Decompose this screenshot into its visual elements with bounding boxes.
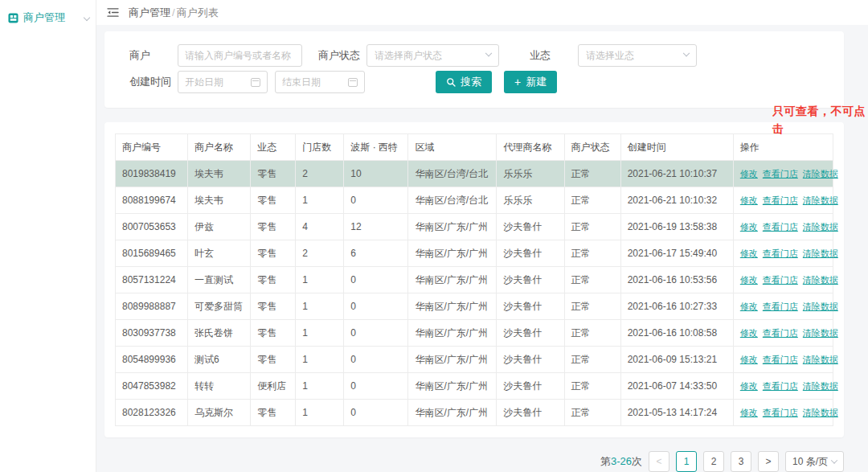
business-type-select[interactable]: 请选择业态 xyxy=(578,44,697,67)
cell-name: 可爱多甜筒 xyxy=(188,293,251,320)
view-stores-link[interactable]: 查看门店 xyxy=(763,408,798,417)
table-header-row: 商户编号商户名称业态门店数波斯 · 西特区域代理商名称商户状态创建时间操作 xyxy=(116,134,833,161)
chevron-down-icon xyxy=(84,14,90,21)
cell-stores: 2 xyxy=(296,240,344,267)
modify-link[interactable]: 修改 xyxy=(740,275,758,285)
cell-actions: 修改查看门店清除数据 xyxy=(733,161,833,187)
view-stores-link[interactable]: 查看门店 xyxy=(763,302,798,311)
end-date-input[interactable]: 结束日期 xyxy=(275,71,365,93)
menu-fold-icon[interactable] xyxy=(107,7,119,18)
chevron-down-icon xyxy=(831,457,837,463)
modify-link[interactable]: 修改 xyxy=(740,248,758,258)
view-stores-link[interactable]: 查看门店 xyxy=(763,355,798,364)
merchant-status-label: 商户状态 xyxy=(318,48,366,63)
cell-created: 2021-06-21 10:10:37 xyxy=(620,161,733,187)
cell-agent: 沙夫鲁什 xyxy=(497,320,564,347)
modify-link[interactable]: 修改 xyxy=(740,169,758,179)
sidebar-item-merchant-management[interactable]: 商户管理 xyxy=(0,0,96,35)
cell-type: 零售 xyxy=(251,161,296,187)
clear-data-link[interactable]: 清除数据 xyxy=(803,328,838,338)
modify-link[interactable]: 修改 xyxy=(740,355,758,364)
view-stores-link[interactable]: 查看门店 xyxy=(763,381,798,391)
clear-data-link[interactable]: 清除数据 xyxy=(803,355,838,364)
breadcrumb-separator: / xyxy=(170,6,177,18)
page-size-value: 10 条/页 xyxy=(792,455,828,469)
cell-status: 正常 xyxy=(564,293,620,320)
cell-stores: 1 xyxy=(296,293,344,320)
merchant-label: 商户 xyxy=(129,48,178,63)
cell-region: 华南区/广东/广州 xyxy=(408,267,497,293)
view-stores-link[interactable]: 查看门店 xyxy=(763,275,798,285)
start-date-placeholder: 开始日期 xyxy=(185,76,223,89)
view-stores-link[interactable]: 查看门店 xyxy=(763,328,798,338)
merchant-input[interactable] xyxy=(178,44,302,67)
cell-posite: 12 xyxy=(344,214,408,240)
cell-status: 正常 xyxy=(564,373,620,400)
table-row: 8088199674埃夫韦零售10华南区/台湾/台北乐乐乐正常2021-06-2… xyxy=(116,187,833,214)
start-date-input[interactable]: 开始日期 xyxy=(178,71,268,93)
clear-data-link[interactable]: 清除数据 xyxy=(803,275,838,285)
breadcrumb: 商户管理/商户列表 xyxy=(129,6,219,20)
cell-id: 8019838419 xyxy=(116,161,188,187)
prev-page-button[interactable]: < xyxy=(649,451,669,472)
page-button-1[interactable]: 1 xyxy=(676,451,697,472)
clear-data-link[interactable]: 清除数据 xyxy=(803,408,838,417)
view-stores-link[interactable]: 查看门店 xyxy=(763,222,798,232)
clear-data-link[interactable]: 清除数据 xyxy=(803,169,838,179)
cell-type: 零售 xyxy=(251,320,296,347)
cell-posite: 6 xyxy=(344,240,408,267)
clear-data-link[interactable]: 清除数据 xyxy=(803,222,838,232)
column-header: 商户编号 xyxy=(116,134,188,161)
cell-status: 正常 xyxy=(564,214,620,240)
search-icon xyxy=(446,77,456,87)
modify-link[interactable]: 修改 xyxy=(740,222,758,232)
page-button-3[interactable]: 3 xyxy=(731,451,751,472)
filter-card: 商户 商户状态 请选择商户状态 业态 请选择业态 创建时间 xyxy=(104,31,844,108)
column-header: 商户名称 xyxy=(188,134,251,161)
breadcrumb-section[interactable]: 商户管理 xyxy=(129,6,170,18)
cell-posite: 0 xyxy=(344,320,408,347)
column-header: 代理商名称 xyxy=(497,134,564,161)
cell-actions: 修改查看门店清除数据 xyxy=(733,400,833,426)
column-header: 商户状态 xyxy=(564,134,620,161)
column-header: 操作 xyxy=(733,134,833,161)
search-button[interactable]: 搜索 xyxy=(436,71,492,93)
page-button-2[interactable]: 2 xyxy=(703,451,724,472)
cell-actions: 修改查看门店清除数据 xyxy=(733,293,833,320)
cell-agent: 乐乐乐 xyxy=(497,187,564,214)
cell-actions: 修改查看门店清除数据 xyxy=(733,187,833,214)
clear-data-link[interactable]: 清除数据 xyxy=(803,248,838,258)
cell-posite: 0 xyxy=(344,400,408,426)
merchant-status-select[interactable]: 请选择商户状态 xyxy=(366,44,499,67)
chevron-down-icon xyxy=(683,50,690,56)
modify-link[interactable]: 修改 xyxy=(740,302,758,311)
cell-status: 正常 xyxy=(564,187,620,214)
next-page-button[interactable]: > xyxy=(758,451,779,472)
view-stores-link[interactable]: 查看门店 xyxy=(763,248,798,258)
modify-link[interactable]: 修改 xyxy=(740,328,758,338)
clear-data-link[interactable]: 清除数据 xyxy=(803,302,838,311)
view-stores-link[interactable]: 查看门店 xyxy=(763,195,798,205)
modify-link[interactable]: 修改 xyxy=(740,408,758,417)
cell-stores: 1 xyxy=(296,267,344,293)
table-row: 8030937738张氏卷饼零售10华南区/广东/广州沙夫鲁什正常2021-06… xyxy=(116,320,833,347)
cell-agent: 沙夫鲁什 xyxy=(497,214,564,240)
cell-created: 2021-06-16 10:27:33 xyxy=(620,293,733,320)
clear-data-link[interactable]: 清除数据 xyxy=(803,381,838,391)
cell-id: 8047853982 xyxy=(116,373,188,400)
modify-link[interactable]: 修改 xyxy=(740,381,758,391)
cell-id: 8030937738 xyxy=(116,320,188,347)
cell-created: 2021-06-07 14:33:50 xyxy=(620,373,733,400)
table-row: 8007053653伊兹零售412华南区/广东/广州沙夫鲁什正常2021-06-… xyxy=(116,214,833,240)
cell-stores: 1 xyxy=(296,187,344,214)
cell-name: 乌克斯尔 xyxy=(188,400,251,426)
clear-data-link[interactable]: 清除数据 xyxy=(803,195,838,205)
cell-region: 华南区/广东/广州 xyxy=(408,347,497,373)
modify-link[interactable]: 修改 xyxy=(740,195,758,205)
create-button[interactable]: + 新建 xyxy=(504,71,557,93)
cell-name: 张氏卷饼 xyxy=(188,320,251,347)
sidebar-item-label: 商户管理 xyxy=(23,10,65,25)
page-size-select[interactable]: 10 条/页 xyxy=(785,451,844,472)
view-stores-link[interactable]: 查看门店 xyxy=(763,169,798,179)
pagination-total-suffix: 次 xyxy=(632,455,642,467)
